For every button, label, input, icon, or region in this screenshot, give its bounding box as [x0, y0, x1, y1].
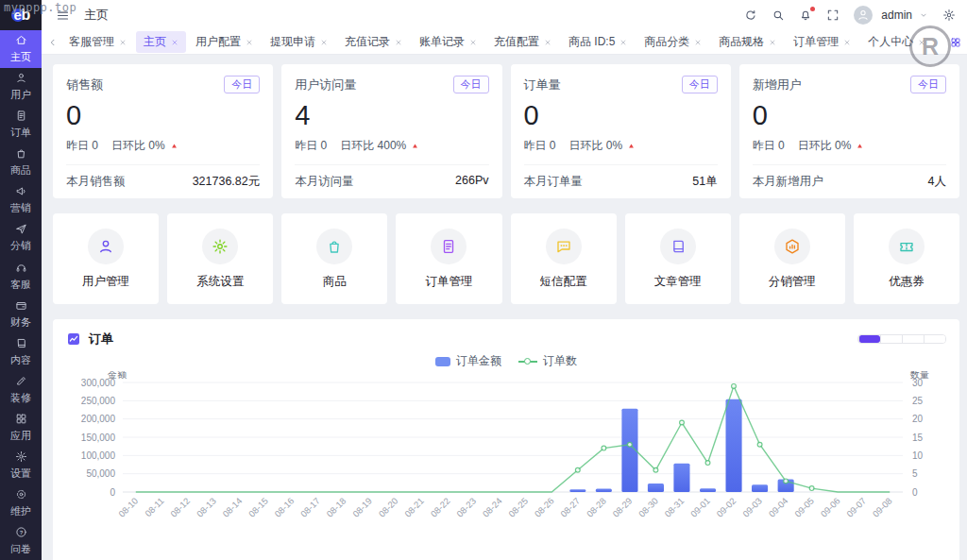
stat-footer-label: 本月新增用户: [753, 174, 823, 190]
quick-action-card[interactable]: 订单管理: [396, 213, 501, 304]
chart-legend: 订单金额 订单数: [66, 353, 946, 369]
quick-action-icon: [97, 238, 114, 255]
sidebar-item[interactable]: 商品: [0, 144, 42, 181]
tab[interactable]: 主页: [136, 31, 186, 53]
quick-action-card[interactable]: 商品: [281, 213, 387, 304]
tab-close-icon[interactable]: [119, 39, 127, 46]
legend-label: 订单金额: [456, 353, 501, 369]
legend-order-count[interactable]: 订单数: [518, 353, 577, 369]
tab-options-grid-icon[interactable]: [950, 37, 961, 48]
quick-action-card[interactable]: 系统设置: [167, 213, 273, 304]
sidebar-item[interactable]: 营销: [0, 181, 42, 219]
quick-action-label: 短信配置: [540, 274, 587, 290]
tab-close-icon[interactable]: [246, 39, 253, 46]
sidebar-item[interactable]: 内容: [0, 333, 42, 371]
sidebar-item[interactable]: 维护: [0, 484, 42, 522]
stat-footer-value: 51单: [692, 174, 717, 190]
search-icon[interactable]: [772, 8, 785, 22]
range-button[interactable]: [858, 335, 880, 343]
refresh-icon[interactable]: [744, 8, 757, 22]
svg-text:09-03: 09-03: [740, 496, 764, 519]
tab[interactable]: 客服管理: [61, 31, 134, 53]
sidebar-item-label: 营销: [10, 201, 31, 215]
sidebar-item[interactable]: 应用: [0, 409, 42, 447]
legend-order-amount[interactable]: 订单金额: [435, 353, 501, 369]
quick-action-card[interactable]: 用户管理: [53, 213, 159, 304]
up-triangle-icon: [856, 142, 864, 150]
legend-label: 订单数: [543, 353, 577, 369]
stat-value: 0: [753, 100, 946, 131]
quick-action-card[interactable]: 分销管理: [739, 213, 845, 304]
tab[interactable]: 用户配置: [188, 31, 261, 53]
quick-action-card[interactable]: 优惠券: [854, 213, 959, 304]
quick-action-icon: [555, 238, 572, 255]
sidebar-item-label: 问卷: [10, 542, 31, 556]
tab-close-icon[interactable]: [171, 39, 178, 46]
username[interactable]: admin: [881, 8, 912, 22]
tab[interactable]: 账单记录: [412, 31, 484, 53]
stat-ring-ratio: 日环比 400%: [340, 138, 406, 154]
tab-label: 主页: [144, 34, 166, 50]
tab-close-icon[interactable]: [843, 39, 851, 46]
sidebar-item[interactable]: 分销: [0, 219, 42, 257]
quick-action-icon: [784, 238, 801, 255]
sidebar-item[interactable]: 财务: [0, 296, 42, 333]
order-panel: 订单 订单金额 订单数 050,000100,000150,000200,000…: [53, 319, 959, 560]
tab-close-icon[interactable]: [769, 39, 776, 46]
tab-close-icon[interactable]: [320, 39, 328, 46]
quick-actions: 用户管理 系统设置 商品 订单管理 短信配置: [53, 213, 959, 304]
fullscreen-icon[interactable]: [826, 8, 840, 22]
avatar[interactable]: [854, 6, 873, 25]
tab[interactable]: 充值记录: [337, 31, 410, 53]
topbar-actions: admin: [744, 6, 967, 25]
divider: [524, 164, 718, 165]
sidebar-item[interactable]: 设置: [0, 447, 42, 484]
range-button[interactable]: [924, 335, 945, 343]
svg-text:09-02: 09-02: [714, 496, 738, 519]
sidebar-item[interactable]: 用户: [0, 68, 42, 106]
stat-footer-label: 本月销售额: [66, 174, 126, 190]
svg-text:08-15: 08-15: [246, 496, 270, 519]
sidebar-item-icon: [15, 147, 27, 160]
tab[interactable]: 订单管理: [786, 31, 858, 53]
sidebar-item[interactable]: 订单: [0, 106, 42, 144]
sidebar-item-label: 应用: [10, 429, 31, 443]
tab-label: 客服管理: [69, 34, 114, 50]
breadcrumb: 主页: [84, 7, 109, 24]
svg-text:25: 25: [912, 396, 924, 406]
sidebar-item-icon: [15, 299, 27, 312]
sidebar-item-icon: [15, 72, 27, 84]
sidebar-item[interactable]: ? 问卷: [0, 522, 42, 560]
stat-yesterday: 昨日 0: [295, 138, 327, 154]
tab-close-icon[interactable]: [395, 39, 402, 46]
tab-close-icon[interactable]: [544, 39, 551, 46]
notifications-button[interactable]: [799, 8, 812, 22]
tab[interactable]: 提现申请: [263, 31, 335, 53]
svg-text:08-13: 08-13: [195, 496, 218, 519]
tabs-scroll-left-icon[interactable]: [47, 37, 59, 48]
svg-text:09-06: 09-06: [819, 496, 842, 519]
tab-close-icon[interactable]: [619, 39, 627, 46]
tab[interactable]: 商品 ID:5: [561, 31, 635, 53]
today-badge: 今日: [453, 76, 489, 93]
sidebar-item[interactable]: 客服: [0, 257, 42, 295]
svg-text:08-24: 08-24: [481, 496, 504, 519]
order-chart-icon: [66, 331, 81, 347]
tab[interactable]: 商品规格: [711, 31, 784, 53]
svg-text:08-31: 08-31: [662, 496, 686, 519]
range-button[interactable]: [902, 335, 924, 343]
sidebar-item-icon: [15, 375, 27, 387]
quick-action-card[interactable]: 短信配置: [511, 213, 617, 304]
tab-close-icon[interactable]: [469, 39, 477, 46]
chevron-down-icon[interactable]: [919, 10, 928, 20]
settings-gear-icon[interactable]: [942, 8, 956, 22]
quick-action-card[interactable]: 文章管理: [625, 213, 731, 304]
sidebar-item[interactable]: 主页: [0, 30, 42, 68]
tab-close-icon[interactable]: [694, 39, 702, 46]
sidebar-item[interactable]: 装修: [0, 371, 42, 409]
up-triangle-icon: [411, 142, 419, 150]
range-button[interactable]: [880, 335, 902, 343]
tab[interactable]: 充值配置: [486, 31, 559, 53]
svg-text:09-05: 09-05: [792, 496, 816, 519]
tab[interactable]: 商品分类: [636, 31, 709, 53]
